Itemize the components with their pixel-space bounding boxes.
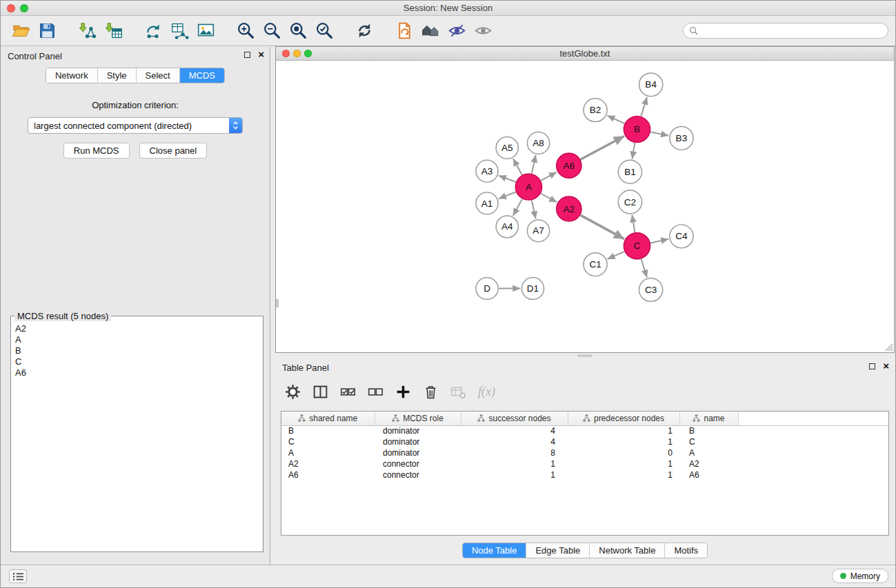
graph-edge-B-B4[interactable] [641, 97, 647, 116]
tab-network-table[interactable]: Network Table [590, 543, 665, 558]
graph-edge-A-A7[interactable] [532, 201, 536, 219]
function-builder-button[interactable]: f(x) [478, 385, 495, 399]
birds-eye-view-button[interactable] [470, 18, 496, 44]
select-all-button[interactable] [340, 384, 356, 400]
tab-mcds[interactable]: MCDS [180, 68, 224, 83]
resize-grip-icon[interactable] [884, 343, 893, 352]
save-session-button[interactable] [34, 18, 60, 44]
graph-node-A1[interactable]: A1 [476, 192, 498, 214]
mcds-result-item[interactable]: B [15, 345, 259, 356]
graph-edge-A2-C[interactable] [581, 215, 624, 239]
graph-node-D[interactable]: D [476, 278, 498, 300]
graph-node-A6[interactable]: A6 [557, 153, 581, 178]
run-mcds-button[interactable]: Run MCDS [63, 143, 130, 159]
graph-edge-C-C4[interactable] [650, 239, 668, 243]
divider-handle[interactable] [577, 354, 593, 357]
tab-node-table[interactable]: Node Table [463, 543, 527, 558]
graph-node-D1[interactable]: D1 [521, 278, 544, 300]
graph-node-C2[interactable]: C2 [618, 190, 641, 214]
graph-edge-A-A2[interactable] [541, 194, 557, 203]
import-table-button[interactable] [100, 18, 126, 44]
network-canvas[interactable]: B4B2BB3A5A8A6B1A3AC2A1A2A4A7C4CC1C3DD1 [276, 61, 894, 352]
column-header-successor-nodes[interactable]: successor nodes [461, 412, 568, 425]
graph-edge-A-A1[interactable] [499, 192, 516, 199]
graph-node-C3[interactable]: C3 [639, 278, 663, 302]
import-network-button[interactable] [74, 18, 100, 44]
tab-motifs[interactable]: Motifs [665, 543, 707, 558]
table-row[interactable]: Bdominator41B [281, 425, 888, 436]
mcds-result-item[interactable]: A2 [15, 323, 259, 334]
graph-edge-B-B3[interactable] [650, 132, 668, 135]
delete-column-button[interactable] [423, 384, 439, 400]
graph-node-C1[interactable]: C1 [584, 253, 607, 276]
mcds-result-item[interactable]: A [15, 334, 259, 345]
graph-node-B3[interactable]: B3 [670, 127, 693, 150]
tab-select[interactable]: Select [137, 68, 180, 83]
zoom-fit-button[interactable] [285, 18, 311, 44]
canvas-scroll-stub[interactable] [276, 299, 279, 307]
deselect-all-button[interactable] [368, 384, 384, 400]
horizontal-split-divider[interactable] [275, 353, 895, 358]
add-column-button[interactable] [395, 384, 411, 400]
column-header-name[interactable]: name [679, 412, 738, 425]
graph-edge-A6-B[interactable] [581, 136, 624, 159]
graph-node-A7[interactable]: A7 [527, 220, 549, 242]
graph-node-A3[interactable]: A3 [476, 160, 498, 182]
graph-edge-A-A5[interactable] [513, 159, 522, 175]
column-header-MCDS-role[interactable]: MCDS role [375, 412, 461, 425]
table-row[interactable]: Cdominator41C [281, 436, 888, 447]
graph-node-A8[interactable]: A8 [527, 132, 549, 154]
tab-network[interactable]: Network [46, 68, 98, 83]
graph-edge-C-C2[interactable] [632, 215, 635, 232]
table-row[interactable]: A2connector11A2 [281, 458, 888, 469]
graph-edge-B-B1[interactable] [632, 143, 635, 159]
graph-node-B[interactable]: B [624, 116, 650, 143]
graph-node-A4[interactable]: A4 [496, 216, 518, 238]
mcds-result-item[interactable]: C [15, 356, 259, 367]
zoom-selected-button[interactable] [311, 18, 337, 44]
graph-edge-A-A4[interactable] [513, 199, 522, 216]
browser-home-button[interactable] [417, 18, 444, 44]
graph-node-C[interactable]: C [624, 233, 650, 259]
graph-node-C4[interactable]: C4 [670, 225, 693, 248]
column-header-shared-name[interactable]: shared name [281, 412, 375, 425]
show-columns-button[interactable] [312, 384, 328, 400]
zoom-in-button[interactable] [232, 18, 259, 44]
graph-node-B4[interactable]: B4 [639, 73, 663, 97]
graph-node-B1[interactable]: B1 [618, 160, 641, 183]
memory-button[interactable]: Memory [832, 569, 888, 583]
graph-node-A5[interactable]: A5 [496, 136, 518, 159]
mcds-result-item[interactable]: A6 [15, 367, 259, 378]
close-panel-button[interactable]: Close panel [139, 143, 208, 159]
graph-edge-A-A6[interactable] [541, 172, 557, 181]
task-history-button[interactable] [9, 569, 27, 583]
graph-node-B2[interactable]: B2 [584, 99, 607, 122]
export-network-button[interactable] [140, 18, 166, 44]
export-table-button[interactable] [166, 18, 192, 44]
column-header-predecessor-nodes[interactable]: predecessor nodes [568, 412, 679, 425]
close-panel-icon[interactable]: × [258, 50, 264, 59]
reopen-document-button[interactable] [391, 18, 417, 44]
table-row[interactable]: A6connector11A6 [281, 469, 888, 480]
float-table-panel-icon[interactable] [869, 363, 875, 369]
graph-edge-A-A3[interactable] [499, 176, 516, 182]
refresh-view-button[interactable] [351, 18, 377, 44]
graph-node-A[interactable]: A [515, 174, 541, 200]
close-table-panel-icon[interactable]: × [883, 362, 889, 370]
float-panel-icon[interactable] [244, 52, 250, 58]
graphics-details-button[interactable] [444, 18, 470, 44]
graph-edge-C-C1[interactable] [608, 252, 625, 259]
search-input[interactable] [701, 26, 882, 36]
zoom-out-button[interactable] [259, 18, 285, 44]
table-row[interactable]: Adominator80A [281, 447, 888, 458]
graph-edge-B-B2[interactable] [607, 116, 624, 123]
search-box[interactable] [683, 23, 888, 39]
tab-edge-table[interactable]: Edge Table [526, 543, 590, 558]
table-settings-button[interactable] [285, 384, 301, 400]
graph-edge-A-A8[interactable] [532, 155, 536, 174]
graph-node-A2[interactable]: A2 [557, 196, 581, 221]
optimization-criterion-dropdown[interactable]: largest connected component (directed) [28, 117, 243, 134]
graph-edge-C-C3[interactable] [641, 259, 647, 278]
open-session-button[interactable] [8, 18, 34, 44]
delete-table-button[interactable] [450, 384, 466, 400]
